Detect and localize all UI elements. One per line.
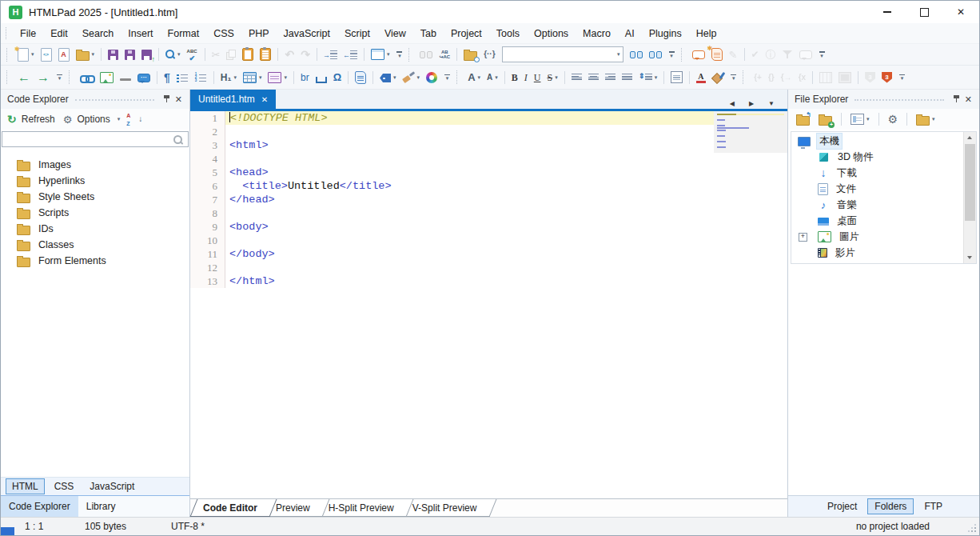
tab-javascript[interactable]: JavaScript — [83, 478, 141, 494]
code-line[interactable]: 13</html> — [190, 274, 787, 288]
close-panel-button[interactable]: ✕ — [173, 94, 185, 105]
menu-project[interactable]: Project — [444, 26, 489, 42]
line-spacing-button[interactable]: ▾ — [636, 71, 660, 83]
save-all-button[interactable] — [122, 48, 137, 62]
css-check-button[interactable] — [862, 70, 878, 85]
tree-item-文件[interactable]: 文件 — [791, 181, 964, 197]
color-picker-button[interactable] — [424, 70, 440, 85]
menu-plugins[interactable]: Plugins — [642, 26, 689, 42]
bullet-list-button[interactable] — [174, 71, 191, 84]
css-new-rule-button[interactable]: {+ — [751, 72, 764, 83]
close-panel-button[interactable]: ✕ — [962, 94, 974, 105]
toolbar-overflow-4-icon[interactable] — [54, 70, 65, 85]
edit-mode-button[interactable]: ✎ — [727, 48, 740, 62]
document-tab[interactable]: Untitled1.htm ✕ — [190, 90, 276, 109]
insert-layout-button[interactable]: ▾ — [368, 47, 392, 62]
folder-up-button[interactable] — [794, 111, 812, 127]
align-center-button[interactable] — [586, 72, 601, 83]
settings-button[interactable]: ⚙ — [886, 112, 901, 126]
font-color-button[interactable] — [694, 70, 708, 85]
paste-button[interactable] — [240, 46, 256, 62]
increase-font-button[interactable]: A▾ — [465, 70, 483, 84]
find-in-files-button[interactable] — [461, 46, 480, 62]
table-button[interactable]: ▾ — [241, 70, 265, 85]
tab-css[interactable]: CSS — [48, 478, 81, 494]
spell-check-button[interactable] — [185, 47, 201, 62]
tree-item-images[interactable]: Images — [1, 157, 189, 173]
open-code-file-button[interactable] — [38, 46, 54, 63]
numbered-list-button[interactable] — [193, 71, 209, 84]
toolbar-overflow-6-icon[interactable] — [728, 70, 739, 85]
sort-button[interactable]: ↓ — [125, 112, 144, 127]
code-line[interactable]: 10 — [190, 234, 787, 247]
horizontal-rule-button[interactable] — [118, 72, 133, 82]
menu-view[interactable]: View — [377, 26, 413, 42]
menu-tools[interactable]: Tools — [489, 26, 527, 42]
paste-as-text-button[interactable] — [257, 46, 273, 62]
find-previous-button[interactable] — [647, 49, 664, 60]
scrollbar-thumb[interactable] — [965, 144, 975, 221]
comment-button[interactable] — [135, 71, 153, 84]
css-remove-rule-button[interactable]: {x — [796, 72, 808, 83]
scroll-tabs-left-button[interactable]: ◀ — [728, 98, 736, 109]
indent-button[interactable] — [321, 49, 340, 61]
replace-button[interactable]: AB ↪AC — [436, 48, 452, 61]
comments-button[interactable] — [690, 48, 707, 61]
menu-javascript[interactable]: JavaScript — [277, 26, 337, 42]
save-button[interactable] — [106, 48, 121, 62]
code-line[interactable]: 9<body> — [190, 220, 787, 234]
find-button[interactable] — [417, 49, 435, 60]
toolbar-overflow-5-icon[interactable] — [442, 70, 452, 85]
menu-help[interactable]: Help — [689, 26, 724, 42]
undo-button[interactable]: ↶ — [282, 47, 297, 62]
code-template-button[interactable]: {··} — [481, 49, 497, 60]
new-file-button[interactable]: ▾ — [15, 46, 37, 63]
menu-macro[interactable]: Macro — [576, 26, 618, 42]
tab-folders[interactable]: Folders — [867, 498, 914, 514]
line-break-button[interactable]: br — [298, 71, 312, 84]
cut-button[interactable]: ✂ — [209, 48, 223, 62]
feedback-button[interactable] — [797, 48, 815, 61]
menu-format[interactable]: Format — [161, 26, 207, 42]
decrease-font-button[interactable]: A▾ — [484, 72, 500, 83]
tab-html[interactable]: HTML — [6, 478, 45, 494]
forward-button[interactable]: → — [34, 70, 52, 86]
heading-button[interactable]: H₁▾ — [218, 71, 239, 84]
validate-button[interactable]: ✔ — [749, 48, 762, 61]
info-button[interactable]: ⓘ — [763, 48, 779, 62]
tab-list-button[interactable]: ▼ — [767, 98, 776, 109]
scroll-tabs-right-button[interactable]: ▶ — [747, 98, 755, 109]
css-goto-rule-button[interactable]: {→ — [779, 72, 795, 83]
tree-item-圖片[interactable]: +圖片 — [791, 229, 964, 245]
menu-script[interactable]: Script — [337, 26, 377, 42]
css-box-view-button[interactable] — [836, 70, 854, 85]
code-line[interactable]: 7</head> — [190, 193, 787, 206]
back-button[interactable]: ← — [15, 70, 33, 86]
menu-edit[interactable]: Edit — [43, 26, 75, 42]
tab-h-split-preview[interactable]: H-Split Preview — [319, 499, 410, 517]
css3-validator-button[interactable] — [879, 70, 894, 85]
code-line[interactable]: 8 — [190, 206, 787, 220]
scroll-up-button[interactable] — [964, 132, 976, 143]
scroll-down-button[interactable] — [964, 252, 976, 263]
tree-item-hyperlinks[interactable]: Hyperlinks — [1, 173, 189, 189]
css-edit-rule-button[interactable]: {} — [766, 72, 777, 83]
scrollbar[interactable] — [963, 132, 976, 263]
copy-button[interactable] — [224, 48, 238, 62]
options-button[interactable]: ⚙ Options ▾ — [62, 112, 122, 126]
menu-css[interactable]: CSS — [206, 26, 241, 42]
code-line[interactable]: 3<html> — [190, 138, 787, 152]
minimap[interactable] — [714, 111, 787, 153]
css-grid-view-button[interactable] — [817, 70, 835, 85]
underline-button[interactable]: U — [532, 71, 544, 84]
menu-ai[interactable]: AI — [618, 26, 642, 42]
close-button[interactable]: ✕ — [942, 1, 979, 23]
tab-project[interactable]: Project — [820, 498, 864, 514]
favorites-folder-button[interactable]: ▾ — [914, 111, 938, 127]
tab-code-editor[interactable]: Code Editor — [193, 499, 273, 517]
find-next-button[interactable] — [627, 49, 645, 60]
align-right-button[interactable] — [603, 72, 618, 83]
menu-php[interactable]: PHP — [241, 26, 277, 42]
italic-button[interactable]: I — [522, 71, 530, 84]
view-mode-button[interactable]: ▾ — [848, 112, 872, 126]
